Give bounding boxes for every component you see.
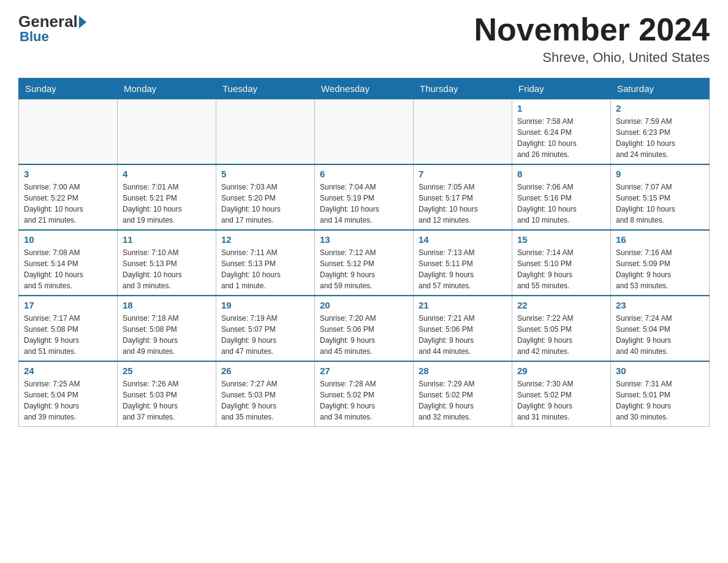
day-number: 28	[419, 366, 507, 376]
day-info: Sunrise: 7:58 AM Sunset: 6:24 PM Dayligh…	[517, 116, 605, 160]
day-info: Sunrise: 7:14 AM Sunset: 5:10 PM Dayligh…	[517, 247, 605, 291]
day-number: 21	[419, 300, 507, 310]
day-info: Sunrise: 7:25 AM Sunset: 5:04 PM Dayligh…	[24, 378, 112, 423]
calendar-cell: 30Sunrise: 7:31 AM Sunset: 5:01 PM Dayli…	[611, 361, 710, 427]
day-number: 11	[123, 234, 211, 245]
day-number: 2	[616, 103, 704, 113]
location-title: Shreve, Ohio, United States	[474, 50, 710, 66]
calendar-week-row: 17Sunrise: 7:17 AM Sunset: 5:08 PM Dayli…	[19, 296, 710, 361]
day-number: 18	[123, 300, 211, 310]
day-number: 27	[320, 366, 408, 376]
calendar-cell: 15Sunrise: 7:14 AM Sunset: 5:10 PM Dayli…	[512, 230, 611, 296]
day-number: 9	[616, 169, 704, 179]
calendar-table: SundayMondayTuesdayWednesdayThursdayFrid…	[18, 78, 710, 427]
calendar-cell: 1Sunrise: 7:58 AM Sunset: 6:24 PM Daylig…	[512, 99, 611, 165]
day-number: 7	[419, 169, 507, 179]
calendar-cell: 10Sunrise: 7:08 AM Sunset: 5:14 PM Dayli…	[19, 230, 118, 296]
day-info: Sunrise: 7:29 AM Sunset: 5:02 PM Dayligh…	[419, 378, 507, 423]
day-number: 12	[221, 234, 309, 245]
day-number: 6	[320, 169, 408, 179]
weekday-header-wednesday: Wednesday	[315, 79, 414, 99]
calendar-cell	[216, 99, 315, 165]
weekday-header-tuesday: Tuesday	[216, 79, 315, 99]
day-info: Sunrise: 7:24 AM Sunset: 5:04 PM Dayligh…	[616, 313, 704, 357]
calendar-cell: 7Sunrise: 7:05 AM Sunset: 5:17 PM Daylig…	[414, 164, 512, 230]
day-info: Sunrise: 7:28 AM Sunset: 5:02 PM Dayligh…	[320, 378, 408, 423]
day-info: Sunrise: 7:27 AM Sunset: 5:03 PM Dayligh…	[221, 378, 309, 423]
calendar-cell: 21Sunrise: 7:21 AM Sunset: 5:06 PM Dayli…	[414, 296, 512, 361]
weekday-header-thursday: Thursday	[414, 79, 512, 99]
weekday-header-saturday: Saturday	[611, 79, 710, 99]
calendar-cell	[414, 99, 512, 165]
day-info: Sunrise: 7:21 AM Sunset: 5:06 PM Dayligh…	[419, 313, 507, 357]
day-info: Sunrise: 7:19 AM Sunset: 5:07 PM Dayligh…	[221, 313, 309, 357]
day-info: Sunrise: 7:11 AM Sunset: 5:13 PM Dayligh…	[221, 247, 309, 291]
calendar-cell	[118, 99, 216, 165]
calendar-cell: 6Sunrise: 7:04 AM Sunset: 5:19 PM Daylig…	[315, 164, 414, 230]
day-number: 1	[517, 103, 605, 113]
calendar-cell: 20Sunrise: 7:20 AM Sunset: 5:06 PM Dayli…	[315, 296, 414, 361]
weekday-header-friday: Friday	[512, 79, 611, 99]
day-number: 5	[221, 169, 309, 179]
calendar-cell: 17Sunrise: 7:17 AM Sunset: 5:08 PM Dayli…	[19, 296, 118, 361]
calendar-cell: 26Sunrise: 7:27 AM Sunset: 5:03 PM Dayli…	[216, 361, 315, 427]
calendar-cell: 14Sunrise: 7:13 AM Sunset: 5:11 PM Dayli…	[414, 230, 512, 296]
day-info: Sunrise: 7:22 AM Sunset: 5:05 PM Dayligh…	[517, 313, 605, 357]
day-info: Sunrise: 7:12 AM Sunset: 5:12 PM Dayligh…	[320, 247, 408, 291]
header: General Blue November 2024 Shreve, Ohio,…	[18, 12, 710, 66]
day-info: Sunrise: 7:13 AM Sunset: 5:11 PM Dayligh…	[419, 247, 507, 291]
calendar-week-row: 3Sunrise: 7:00 AM Sunset: 5:22 PM Daylig…	[19, 164, 710, 230]
calendar-cell: 13Sunrise: 7:12 AM Sunset: 5:12 PM Dayli…	[315, 230, 414, 296]
weekday-header-row: SundayMondayTuesdayWednesdayThursdayFrid…	[19, 79, 710, 99]
calendar-week-row: 24Sunrise: 7:25 AM Sunset: 5:04 PM Dayli…	[19, 361, 710, 427]
logo-blue-text: Blue	[20, 29, 49, 45]
calendar-cell: 9Sunrise: 7:07 AM Sunset: 5:15 PM Daylig…	[611, 164, 710, 230]
day-number: 19	[221, 300, 309, 310]
logo-triangle-icon	[79, 16, 86, 28]
calendar-cell: 27Sunrise: 7:28 AM Sunset: 5:02 PM Dayli…	[315, 361, 414, 427]
calendar-cell: 16Sunrise: 7:16 AM Sunset: 5:09 PM Dayli…	[611, 230, 710, 296]
day-info: Sunrise: 7:59 AM Sunset: 6:23 PM Dayligh…	[616, 116, 704, 160]
day-number: 3	[24, 169, 112, 179]
day-info: Sunrise: 7:00 AM Sunset: 5:22 PM Dayligh…	[24, 182, 112, 226]
day-info: Sunrise: 7:20 AM Sunset: 5:06 PM Dayligh…	[320, 313, 408, 357]
calendar-cell: 4Sunrise: 7:01 AM Sunset: 5:21 PM Daylig…	[118, 164, 216, 230]
day-info: Sunrise: 7:05 AM Sunset: 5:17 PM Dayligh…	[419, 182, 507, 226]
calendar-cell: 3Sunrise: 7:00 AM Sunset: 5:22 PM Daylig…	[19, 164, 118, 230]
calendar-cell	[19, 99, 118, 165]
calendar-cell: 23Sunrise: 7:24 AM Sunset: 5:04 PM Dayli…	[611, 296, 710, 361]
day-info: Sunrise: 7:18 AM Sunset: 5:08 PM Dayligh…	[123, 313, 211, 357]
calendar-cell: 12Sunrise: 7:11 AM Sunset: 5:13 PM Dayli…	[216, 230, 315, 296]
calendar-cell: 5Sunrise: 7:03 AM Sunset: 5:20 PM Daylig…	[216, 164, 315, 230]
weekday-header-sunday: Sunday	[19, 79, 118, 99]
day-number: 15	[517, 234, 605, 245]
weekday-header-monday: Monday	[118, 79, 216, 99]
day-number: 10	[24, 234, 112, 245]
calendar-cell: 24Sunrise: 7:25 AM Sunset: 5:04 PM Dayli…	[19, 361, 118, 427]
day-info: Sunrise: 7:04 AM Sunset: 5:19 PM Dayligh…	[320, 182, 408, 226]
title-area: November 2024 Shreve, Ohio, United State…	[474, 12, 710, 66]
day-number: 14	[419, 234, 507, 245]
day-info: Sunrise: 7:17 AM Sunset: 5:08 PM Dayligh…	[24, 313, 112, 357]
day-number: 23	[616, 300, 704, 310]
calendar-cell: 2Sunrise: 7:59 AM Sunset: 6:23 PM Daylig…	[611, 99, 710, 165]
day-info: Sunrise: 7:03 AM Sunset: 5:20 PM Dayligh…	[221, 182, 309, 226]
calendar-cell: 18Sunrise: 7:18 AM Sunset: 5:08 PM Dayli…	[118, 296, 216, 361]
day-number: 8	[517, 169, 605, 179]
month-title: November 2024	[474, 12, 710, 47]
day-info: Sunrise: 7:06 AM Sunset: 5:16 PM Dayligh…	[517, 182, 605, 226]
day-info: Sunrise: 7:01 AM Sunset: 5:21 PM Dayligh…	[123, 182, 211, 226]
day-number: 16	[616, 234, 704, 245]
day-number: 26	[221, 366, 309, 376]
day-info: Sunrise: 7:26 AM Sunset: 5:03 PM Dayligh…	[123, 378, 211, 423]
day-info: Sunrise: 7:30 AM Sunset: 5:02 PM Dayligh…	[517, 378, 605, 423]
calendar-cell: 22Sunrise: 7:22 AM Sunset: 5:05 PM Dayli…	[512, 296, 611, 361]
day-number: 25	[123, 366, 211, 376]
day-number: 20	[320, 300, 408, 310]
calendar-cell: 25Sunrise: 7:26 AM Sunset: 5:03 PM Dayli…	[118, 361, 216, 427]
calendar-week-row: 10Sunrise: 7:08 AM Sunset: 5:14 PM Dayli…	[19, 230, 710, 296]
day-info: Sunrise: 7:16 AM Sunset: 5:09 PM Dayligh…	[616, 247, 704, 291]
calendar-cell: 19Sunrise: 7:19 AM Sunset: 5:07 PM Dayli…	[216, 296, 315, 361]
day-number: 24	[24, 366, 112, 376]
day-info: Sunrise: 7:10 AM Sunset: 5:13 PM Dayligh…	[123, 247, 211, 291]
